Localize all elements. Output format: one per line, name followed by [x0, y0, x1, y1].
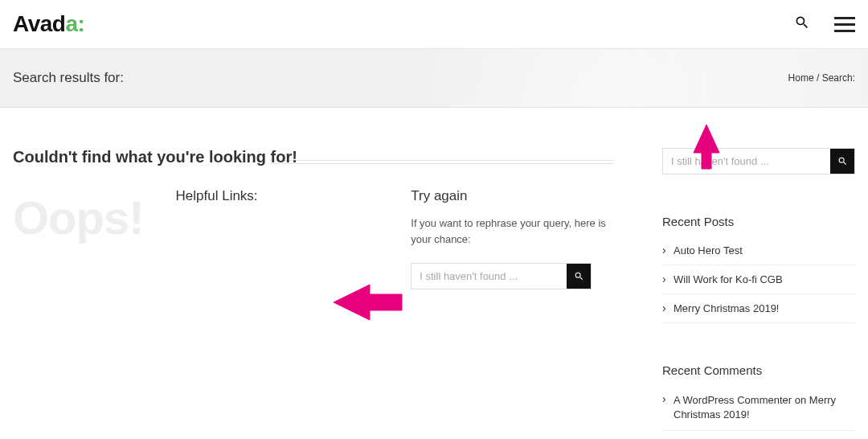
- list-item: A WordPress Commenter on Merry Christmas…: [662, 385, 855, 431]
- search-submit-button[interactable]: [830, 149, 854, 174]
- page-title-bar: Search results for: Home / Search:: [0, 49, 868, 108]
- search-icon: [574, 271, 584, 281]
- list-item: Auto Hero Test: [662, 236, 855, 265]
- search-icon[interactable]: [794, 14, 810, 34]
- logo-text-part1: Avad: [13, 11, 65, 36]
- sidebar-search-form: [662, 148, 855, 174]
- recent-posts-list: Auto Hero Test Will Work for Ko-fi CGB M…: [662, 236, 855, 323]
- main-content: Couldn't find what you're looking for! O…: [13, 148, 614, 431]
- breadcrumb-home[interactable]: Home: [788, 72, 814, 84]
- search-submit-button[interactable]: [567, 264, 591, 289]
- post-link[interactable]: Will Work for Ko-fi CGB: [674, 273, 783, 285]
- oops-text: Oops!: [13, 188, 144, 289]
- search-input[interactable]: [411, 264, 567, 289]
- logo-colon: :: [78, 11, 85, 36]
- try-again-description: If you want to rephrase your query, here…: [411, 215, 614, 247]
- site-header: Avada:: [0, 0, 868, 49]
- try-again-column: Try again If you want to rephrase your q…: [411, 188, 614, 289]
- comment-author-link[interactable]: A WordPress Commenter: [674, 394, 792, 406]
- error-row: Oops! Helpful Links: Try again If you wa…: [13, 188, 614, 289]
- breadcrumb: Home / Search:: [788, 72, 855, 84]
- comment-on-text: on: [795, 394, 806, 406]
- search-icon: [837, 156, 848, 166]
- breadcrumb-current: Search:: [822, 72, 855, 84]
- heading-rule: [270, 160, 614, 164]
- recent-comments-title: Recent Comments: [662, 363, 855, 377]
- logo-text-part2: a: [65, 11, 77, 36]
- recent-posts-title: Recent Posts: [662, 215, 855, 228]
- header-right: [794, 14, 855, 34]
- try-again-title: Try again: [411, 188, 614, 204]
- content-search-form: [411, 263, 592, 289]
- list-item: Will Work for Ko-fi CGB: [662, 265, 855, 294]
- search-input[interactable]: [663, 149, 830, 174]
- breadcrumb-sep: /: [817, 72, 819, 84]
- post-link[interactable]: Merry Christmas 2019!: [674, 302, 779, 314]
- recent-comments-widget: Recent Comments A WordPress Commenter on…: [662, 363, 855, 431]
- recent-comments-list: A WordPress Commenter on Merry Christmas…: [662, 385, 855, 431]
- recent-posts-widget: Recent Posts Auto Hero Test Will Work fo…: [662, 215, 855, 323]
- helpful-links-title: Helpful Links:: [176, 188, 379, 204]
- post-link[interactable]: Auto Hero Test: [674, 244, 743, 256]
- main-container: Couldn't find what you're looking for! O…: [0, 108, 868, 431]
- list-item: Merry Christmas 2019!: [662, 294, 855, 323]
- page-title: Search results for:: [13, 70, 124, 86]
- site-logo[interactable]: Avada:: [13, 11, 84, 37]
- helpful-links-column: Helpful Links:: [176, 188, 379, 289]
- hamburger-menu-icon[interactable]: [834, 17, 855, 32]
- sidebar: Recent Posts Auto Hero Test Will Work fo…: [662, 148, 855, 431]
